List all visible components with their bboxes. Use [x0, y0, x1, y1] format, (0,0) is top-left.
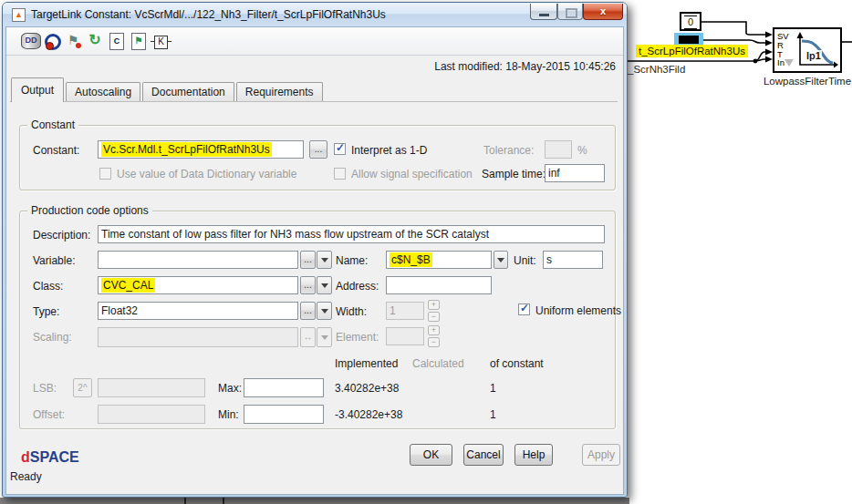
tab-output[interactable]: Output: [11, 77, 64, 102]
class-field[interactable]: CVC_CAL: [98, 276, 298, 294]
targetlink-constant-dialog: ▲ TargetLink Constant: VcScrMdl/.../122_…: [2, 2, 628, 498]
address-field[interactable]: [386, 276, 492, 294]
dropdown-arrow-icon: [321, 309, 328, 314]
gain-k-icon[interactable]: K: [151, 31, 171, 51]
constant-value-text: Vc.Scr.Mdl.t_ScrLpFilOfRatNh3Us: [101, 142, 272, 157]
variable-browse-button[interactable]: ...: [300, 251, 316, 269]
apply-button[interactable]: Apply: [582, 444, 620, 466]
class-value: CVC_CAL: [101, 278, 155, 293]
variable-label: Variable:: [33, 254, 75, 267]
variable-dropdown-button[interactable]: [317, 251, 332, 269]
constant-group: Constant Constant: Vc.Scr.Mdl.t_ScrLpFil…: [19, 125, 616, 190]
port-overlay-arrow-icon: [784, 59, 794, 67]
type-browse-button[interactable]: ...: [300, 302, 316, 320]
flag-document-icon[interactable]: ⚑: [129, 31, 149, 51]
offset-field[interactable]: [98, 405, 205, 424]
of-constant-header: of constant: [490, 357, 544, 370]
help-button[interactable]: Help: [514, 444, 553, 466]
allow-signal-label: Allow signal specification: [351, 168, 473, 180]
spinner-plus-icon[interactable]: +: [428, 300, 440, 310]
constant-value-field[interactable]: Vc.Scr.Mdl.t_ScrLpFilOfRatNh3Us: [98, 140, 304, 159]
uniform-elements-label: Uniform elements: [535, 304, 621, 317]
element-field[interactable]: [386, 327, 424, 345]
refresh-icon[interactable]: ↻: [85, 31, 105, 51]
cancel-button[interactable]: Cancel: [463, 444, 504, 466]
scaling-field[interactable]: [98, 327, 298, 347]
unit-label: Unit:: [514, 254, 536, 267]
production-code-group: Production code options Description: Tim…: [19, 211, 616, 429]
type-label: Type:: [33, 305, 59, 318]
sample-time-field[interactable]: inf: [545, 164, 605, 182]
dropdown-arrow-icon: [321, 335, 328, 340]
signal-name-label[interactable]: _ScrNh3Fild: [628, 64, 685, 75]
unit-field[interactable]: s: [543, 251, 603, 269]
scaling-dropdown-button[interactable]: [317, 327, 332, 347]
lsb-exponent-button[interactable]: 2^: [73, 378, 92, 397]
description-label: Description:: [33, 229, 90, 242]
tolerance-field[interactable]: [545, 140, 572, 159]
min-field[interactable]: [244, 405, 324, 424]
constant-browse-button[interactable]: ...: [309, 140, 327, 159]
close-button[interactable]: x: [583, 4, 623, 20]
status-text: Ready: [10, 470, 42, 483]
implemented-max-value: 3.40282e+38: [335, 382, 399, 395]
width-spinner[interactable]: + −: [428, 300, 440, 322]
lsb-field[interactable]: [98, 378, 205, 397]
tab-documentation[interactable]: Documentation: [142, 82, 234, 102]
name-value: c$N_$B: [390, 252, 432, 267]
class-dropdown-button[interactable]: [317, 276, 332, 294]
element-spinner[interactable]: + −: [428, 325, 440, 347]
width-field[interactable]: 1: [386, 302, 424, 320]
class-browse-button[interactable]: ...: [300, 276, 316, 294]
name-dropdown-button[interactable]: [494, 251, 508, 269]
sample-time-value: inf: [548, 167, 560, 180]
of-constant-max-value: 1: [490, 382, 496, 395]
data-dictionary-icon[interactable]: DD: [21, 31, 41, 51]
sample-time-label: Sample time:: [482, 168, 545, 180]
tab-autoscaling[interactable]: Autoscaling: [66, 82, 140, 102]
tab-bar: Output Autoscaling Documentation Require…: [11, 77, 325, 102]
highlighted-block-name[interactable]: t_ScrLpFilOfRatNh3Us: [636, 45, 748, 57]
dd-variable-checkbox[interactable]: [99, 168, 111, 180]
min-label: Min:: [218, 408, 239, 421]
background-line: [223, 498, 224, 504]
of-constant-min-value: 1: [490, 408, 496, 421]
dd-variable-label: Use value of Data Dictionary variable: [117, 168, 296, 180]
maximize-button[interactable]: [557, 4, 583, 20]
minimize-button[interactable]: [530, 4, 557, 20]
spinner-minus-icon[interactable]: −: [428, 312, 440, 322]
selected-constant-block[interactable]: [674, 33, 703, 46]
interpret-1d-checkbox[interactable]: [334, 143, 346, 155]
screen: 0 t_ScrLpFilOfRatNh3Us _ScrNh3Fild SV R …: [0, 0, 852, 504]
unit-value: s: [546, 253, 552, 266]
allow-signal-checkbox[interactable]: [334, 168, 346, 180]
spinner-minus-icon[interactable]: −: [428, 337, 440, 347]
code-document-icon[interactable]: C: [107, 31, 127, 51]
title-bar[interactable]: ▲ TargetLink Constant: VcScrMdl/.../122_…: [3, 3, 627, 26]
dropdown-arrow-icon: [321, 283, 328, 288]
matlab-icon: ▲: [12, 8, 26, 22]
element-label: Element:: [336, 331, 379, 344]
description-field[interactable]: Time constant of low pass filter for NH3…: [98, 225, 605, 243]
tab-requirements[interactable]: Requirements: [236, 82, 323, 102]
type-field[interactable]: Float32: [98, 302, 298, 320]
target-search-icon[interactable]: [43, 31, 63, 51]
type-dropdown-button[interactable]: [317, 302, 332, 320]
variable-field[interactable]: [98, 251, 298, 269]
max-field[interactable]: [244, 378, 324, 397]
scaling-label: Scaling:: [33, 331, 72, 344]
dropdown-arrow-icon: [321, 258, 328, 262]
uniform-elements-checkbox[interactable]: [518, 303, 530, 315]
constant-zero-block[interactable]: 0: [680, 12, 701, 31]
description-value: Time constant of low pass filter for NH3…: [101, 228, 489, 241]
class-label: Class:: [33, 280, 63, 293]
name-label: Name:: [336, 254, 368, 267]
spinner-plus-icon[interactable]: +: [428, 325, 440, 335]
goto-block-icon[interactable]: ⚑: [63, 31, 83, 51]
ok-button[interactable]: OK: [410, 444, 452, 466]
block-name-label[interactable]: LowpassFilterTime: [762, 76, 852, 87]
address-label: Address:: [336, 280, 379, 293]
scaling-browse-button[interactable]: ↔: [300, 327, 316, 347]
lowpass-filter-block[interactable]: SV R T In lp1: [773, 27, 842, 73]
name-field[interactable]: c$N_$B: [386, 251, 492, 269]
